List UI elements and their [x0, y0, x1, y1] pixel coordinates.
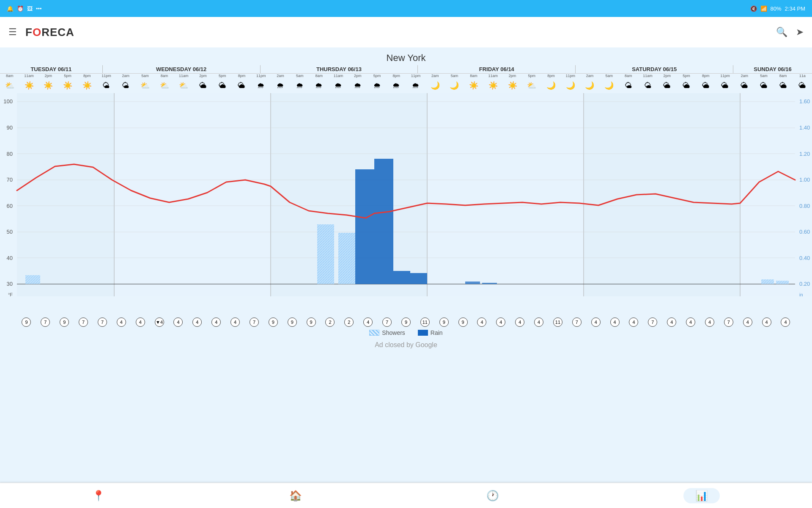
- rain-label: Rain: [431, 329, 443, 336]
- svg-text:0.20: 0.20: [799, 281, 810, 287]
- ad-closed-notice: Ad closed by Google: [0, 339, 812, 351]
- svg-rect-5: [427, 93, 584, 296]
- legend-showers: Showers: [369, 329, 405, 336]
- day-tuesday: TUESDAY 06/11: [0, 65, 103, 73]
- showers-icon: [369, 330, 379, 336]
- chart-nav-icon: 📊: [695, 490, 708, 502]
- app-logo: FORECA: [25, 26, 74, 39]
- nav-chart[interactable]: 📊: [683, 488, 720, 503]
- app-bar-right: 🔍 ➤: [776, 27, 804, 38]
- showers-label: Showers: [382, 329, 405, 336]
- svg-rect-43: [393, 271, 410, 284]
- day-saturday: SATURDAY 06/15: [576, 65, 733, 73]
- svg-text:1.40: 1.40: [799, 124, 810, 131]
- status-bar-right: 🔇 📶 80% 2:34 PM: [750, 6, 805, 12]
- svg-text:80: 80: [7, 151, 13, 157]
- svg-rect-47: [482, 283, 497, 284]
- svg-text:70: 70: [7, 177, 13, 183]
- clock-status-icon: ⏰: [17, 6, 24, 12]
- clock-nav-icon: 🕐: [486, 490, 499, 502]
- day-thursday: THURSDAY 06/13: [261, 65, 418, 73]
- status-bar-left: 🔔 ⏰ 🖼 •••: [7, 6, 42, 12]
- time-labels: 8am 11am 2pm 5pm 8pm 11pm 2am 5am 8am 11…: [0, 74, 812, 78]
- svg-text:1.60: 1.60: [799, 98, 810, 105]
- svg-rect-3: [114, 93, 271, 296]
- weather-icons-row: ⛅ ☀️ ☀️ ☀️ ☀️ 🌤 🌤 ⛅ ⛅ ⛅ 🌥 🌥 🌥 🌧 🌧 🌧 🌧 🌧 …: [0, 78, 812, 93]
- svg-rect-7: [740, 93, 812, 296]
- svg-text:°F: °F: [8, 292, 13, 297]
- nav-home[interactable]: 🏠: [289, 490, 302, 502]
- svg-rect-46: [465, 282, 480, 284]
- svg-text:90: 90: [7, 124, 13, 131]
- svg-text:0.40: 0.40: [799, 255, 810, 261]
- bottom-nav: 📍 🏠 🕐 📊: [0, 483, 812, 508]
- svg-text:40: 40: [7, 255, 13, 261]
- svg-text:1.20: 1.20: [799, 151, 810, 157]
- day-sunday: SUNDAY 06/16: [733, 65, 812, 73]
- search-button[interactable]: 🔍: [776, 27, 787, 38]
- svg-text:in: in: [799, 292, 803, 297]
- menu-button[interactable]: ☰: [8, 27, 17, 38]
- svg-rect-2: [17, 93, 114, 296]
- nav-location[interactable]: 📍: [92, 490, 105, 502]
- svg-rect-41: [355, 169, 374, 284]
- legend-rain: Rain: [418, 329, 443, 336]
- time-label: 2:34 PM: [785, 6, 805, 12]
- location-button[interactable]: ➤: [796, 27, 804, 38]
- photo-icon: 🖼: [27, 6, 33, 12]
- svg-rect-48: [761, 279, 774, 284]
- svg-rect-39: [317, 224, 334, 284]
- svg-text:1.00: 1.00: [799, 177, 810, 183]
- svg-text:30: 30: [7, 281, 13, 287]
- more-status-icon: •••: [36, 6, 42, 12]
- city-title: New York: [0, 47, 812, 65]
- rain-icon: [418, 330, 428, 336]
- weather-chart: 100 90 80 70 60 50 40 30 °F 1.60 1.40 1.…: [0, 93, 812, 322]
- svg-text:60: 60: [7, 203, 13, 209]
- mute-icon: 🔇: [750, 6, 757, 12]
- chart-legend: Showers Rain: [0, 327, 812, 339]
- wifi-icon: 📶: [760, 6, 767, 12]
- svg-rect-40: [338, 233, 355, 284]
- location-nav-icon: 📍: [92, 490, 105, 502]
- svg-text:100: 100: [3, 98, 13, 105]
- svg-text:0.60: 0.60: [799, 229, 810, 235]
- battery-label: 80%: [771, 6, 782, 12]
- home-nav-icon: 🏠: [289, 490, 302, 502]
- notification-icon: 🔔: [7, 6, 14, 12]
- svg-rect-44: [410, 273, 427, 284]
- day-friday: FRIDAY 06/14: [418, 65, 576, 73]
- main-content: New York TUESDAY 06/11 WEDNESDAY 06/12 T…: [0, 47, 812, 483]
- day-headers: TUESDAY 06/11 WEDNESDAY 06/12 THURSDAY 0…: [0, 65, 812, 74]
- day-wednesday: WEDNESDAY 06/12: [103, 65, 261, 73]
- nav-history[interactable]: 🕐: [486, 490, 499, 502]
- svg-rect-49: [776, 281, 789, 284]
- status-bar: 🔔 ⏰ 🖼 ••• 🔇 📶 80% 2:34 PM: [0, 0, 812, 17]
- svg-text:50: 50: [7, 229, 13, 235]
- svg-text:0.80: 0.80: [799, 203, 810, 209]
- app-bar-left: ☰ FORECA: [8, 26, 74, 39]
- app-bar: ☰ FORECA 🔍 ➤: [0, 17, 812, 47]
- svg-rect-45: [25, 275, 40, 284]
- svg-rect-42: [374, 159, 393, 284]
